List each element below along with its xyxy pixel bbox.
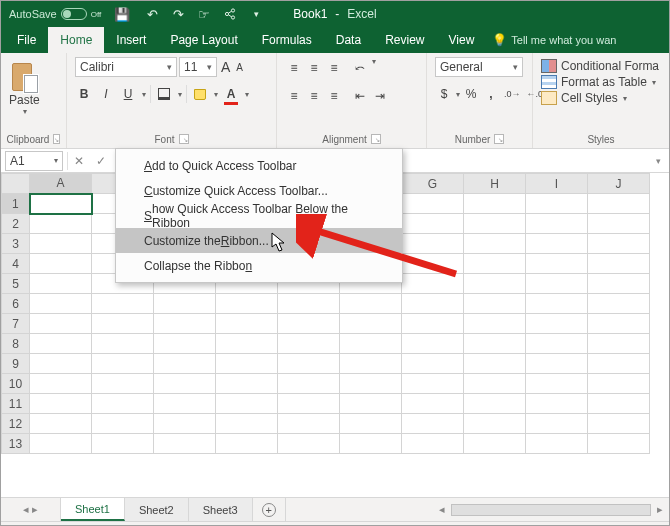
font-size-combo[interactable]: 11 ▾ (179, 57, 217, 77)
cell[interactable] (154, 414, 216, 434)
undo-icon[interactable]: ↶ (141, 4, 163, 24)
fill-color-button[interactable] (191, 83, 209, 105)
format-as-table-button[interactable]: Format as Table ▾ (541, 75, 659, 89)
accounting-format-button[interactable]: $ (435, 83, 453, 105)
row-header[interactable]: 1 (2, 194, 30, 214)
arrow-left-icon[interactable]: ◂ (23, 503, 29, 516)
cell[interactable] (526, 334, 588, 354)
context-menu-item[interactable]: Customize Quick Access Toolbar... (116, 178, 402, 203)
row-header[interactable]: 11 (2, 394, 30, 414)
cell[interactable] (30, 234, 92, 254)
dialog-launcher-clipboard[interactable]: ↘ (53, 134, 60, 144)
cell[interactable] (278, 374, 340, 394)
sheet-tab-1[interactable]: Sheet1 (61, 498, 125, 521)
increase-indent-button[interactable]: ⇥ (371, 85, 389, 107)
font-name-combo[interactable]: Calibri ▾ (75, 57, 177, 77)
row-header[interactable]: 4 (2, 254, 30, 274)
underline-menu[interactable]: ▾ (142, 90, 146, 99)
cell[interactable] (402, 434, 464, 454)
cancel-icon[interactable]: ✕ (68, 154, 90, 168)
cell[interactable] (154, 434, 216, 454)
cell[interactable] (154, 294, 216, 314)
redo-icon[interactable]: ↷ (167, 4, 189, 24)
cell[interactable] (30, 274, 92, 294)
row-header[interactable]: 13 (2, 434, 30, 454)
tab-insert[interactable]: Insert (104, 27, 158, 53)
cell[interactable] (216, 354, 278, 374)
cell[interactable] (340, 294, 402, 314)
cell[interactable] (464, 354, 526, 374)
paste-button[interactable]: Paste ▾ (9, 57, 40, 116)
cell[interactable] (278, 434, 340, 454)
cell[interactable] (340, 414, 402, 434)
cell[interactable] (464, 194, 526, 214)
cell[interactable] (154, 334, 216, 354)
row-header[interactable]: 8 (2, 334, 30, 354)
cell[interactable] (402, 394, 464, 414)
cell[interactable] (216, 414, 278, 434)
cell[interactable] (154, 374, 216, 394)
cell[interactable] (464, 274, 526, 294)
tab-formulas[interactable]: Formulas (250, 27, 324, 53)
touch-mode-icon[interactable]: ☞ (193, 4, 215, 24)
cell[interactable] (526, 374, 588, 394)
chevron-down-icon[interactable]: ▾ (23, 107, 27, 116)
cell[interactable] (588, 414, 650, 434)
cell[interactable] (588, 334, 650, 354)
cell[interactable] (340, 334, 402, 354)
cell[interactable] (402, 354, 464, 374)
font-color-button[interactable]: A (222, 83, 240, 105)
tell-me[interactable]: 💡 Tell me what you wan (492, 27, 616, 53)
cell[interactable] (464, 414, 526, 434)
cell[interactable] (278, 394, 340, 414)
chevron-down-icon[interactable]: ▾ (54, 156, 58, 165)
cell[interactable] (464, 374, 526, 394)
column-header[interactable]: I (526, 174, 588, 194)
bold-button[interactable]: B (75, 83, 93, 105)
context-menu-item[interactable]: Add to Quick Access Toolbar (116, 153, 402, 178)
cell[interactable] (588, 374, 650, 394)
cell[interactable] (526, 434, 588, 454)
cell[interactable] (30, 434, 92, 454)
cell[interactable] (92, 354, 154, 374)
tab-review[interactable]: Review (373, 27, 436, 53)
cell[interactable] (278, 334, 340, 354)
borders-button[interactable] (155, 83, 173, 105)
dialog-launcher-number[interactable]: ↘ (494, 134, 504, 144)
cell[interactable] (340, 434, 402, 454)
cell[interactable] (30, 394, 92, 414)
grow-font-button[interactable]: A (219, 59, 232, 75)
align-left-button[interactable]: ≡ (285, 85, 303, 107)
enter-icon[interactable]: ✓ (90, 154, 112, 168)
tab-data[interactable]: Data (324, 27, 373, 53)
cell[interactable] (402, 334, 464, 354)
sheet-tab-2[interactable]: Sheet2 (125, 498, 189, 521)
cell[interactable] (278, 354, 340, 374)
arrow-right-icon[interactable]: ▸ (651, 503, 669, 516)
fontcolor-menu[interactable]: ▾ (245, 90, 249, 99)
cell[interactable] (464, 234, 526, 254)
cell[interactable] (588, 214, 650, 234)
cell[interactable] (402, 414, 464, 434)
decrease-indent-button[interactable]: ⇤ (351, 85, 369, 107)
cell[interactable] (92, 434, 154, 454)
row-header[interactable]: 9 (2, 354, 30, 374)
new-sheet-button[interactable]: + (253, 498, 285, 521)
cell[interactable] (216, 294, 278, 314)
cell[interactable] (216, 314, 278, 334)
cell[interactable] (526, 254, 588, 274)
cell[interactable] (402, 194, 464, 214)
customize-qat-icon[interactable]: ▾ (245, 4, 267, 24)
row-header[interactable]: 3 (2, 234, 30, 254)
number-format-combo[interactable]: General ▾ (435, 57, 523, 77)
cell[interactable] (30, 194, 92, 214)
arrow-left-icon[interactable]: ◂ (433, 503, 451, 516)
cell[interactable] (154, 314, 216, 334)
tab-home[interactable]: Home (48, 27, 104, 53)
share-icon[interactable] (219, 4, 241, 24)
align-right-button[interactable]: ≡ (325, 85, 343, 107)
cell[interactable] (526, 294, 588, 314)
column-header[interactable]: J (588, 174, 650, 194)
cell[interactable] (30, 414, 92, 434)
cell[interactable] (402, 314, 464, 334)
